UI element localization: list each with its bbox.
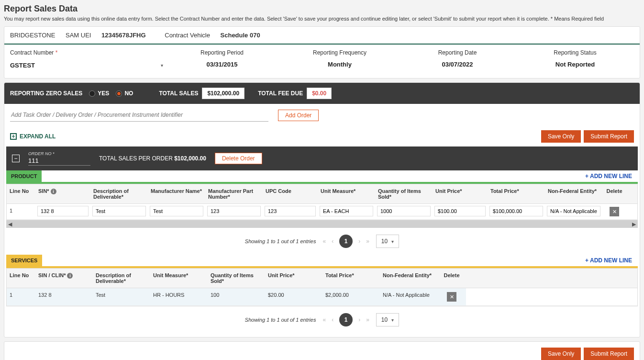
vehicle-value: Schedule 070 [221, 32, 260, 39]
delete-order-button[interactable]: Delete Order [215, 153, 262, 164]
total-fee-value: $0.00 [307, 88, 332, 99]
pager-prev-icon[interactable]: ‹ [332, 238, 333, 245]
product-line-no: 1 [7, 204, 35, 219]
add-order-button[interactable]: Add Order [278, 110, 319, 121]
pager-current-page[interactable]: 1 [339, 313, 353, 326]
product-sin-input[interactable] [37, 206, 89, 216]
product-col-mfr-part: Manufacturer Part Number* [205, 184, 263, 203]
uei-value: 12345678JFHG [101, 32, 146, 39]
pager-last-icon[interactable]: » [366, 316, 369, 323]
scroll-left-icon[interactable]: ◀ [8, 221, 12, 227]
services-unit-price: $20.00 [265, 288, 322, 305]
services-unit: HR - HOURS [150, 288, 208, 305]
total-sales-value: $102,000.00 [202, 88, 244, 99]
product-total-price-input[interactable] [489, 206, 543, 216]
scroll-right-icon[interactable]: ▶ [632, 221, 636, 227]
services-sin: 132 8 [35, 288, 93, 305]
product-col-qty: Quantity of Items Sold* [375, 184, 433, 203]
services-col-total-price: Total Price* [322, 269, 380, 288]
product-horizontal-scrollbar[interactable]: ◀▶ [6, 220, 638, 228]
contract-number-label: Contract Number [10, 49, 54, 56]
collapse-order-button[interactable]: − [12, 155, 20, 162]
product-col-unit-price: Unit Price* [433, 184, 488, 203]
total-sales-label: TOTAL SALES [159, 90, 198, 97]
product-col-upc: UPC Code [263, 184, 318, 203]
submit-report-button[interactable]: Submit Report [584, 130, 634, 143]
reporting-period-value: 03/31/2015 [163, 61, 281, 68]
product-desc-input[interactable] [92, 206, 146, 216]
pager-current-page[interactable]: 1 [339, 235, 353, 248]
services-nfe: N/A - Not Applicable [380, 288, 437, 305]
services-col-desc: Description of Deliverable* [93, 269, 150, 288]
product-nfe-input[interactable] [547, 206, 600, 216]
services-col-unit-price: Unit Price* [265, 269, 322, 288]
product-add-line-link[interactable]: + ADD NEW LINE [585, 173, 638, 180]
pager-size-select[interactable]: 10 ▾ [376, 313, 399, 326]
zero-sales-no-radio[interactable]: NO [116, 90, 133, 97]
contract-number-select[interactable]: GSTEST ▾ [10, 61, 163, 70]
chevron-down-icon: ▾ [391, 239, 394, 244]
page-description: You may report new sales data using this… [4, 16, 640, 22]
services-col-unit: Unit Measure* [150, 269, 208, 288]
services-row: 1 132 8 Test HR - HOURS 100 $20.00 $2,00… [7, 288, 637, 306]
product-mfr-part-input[interactable] [207, 206, 261, 216]
services-delete-row-button[interactable]: ✕ [447, 292, 456, 302]
services-desc: Test [93, 288, 150, 305]
pager-prev-icon[interactable]: ‹ [332, 316, 333, 323]
order-no-input[interactable]: 111 [28, 156, 90, 166]
product-qty-input[interactable] [377, 206, 431, 216]
save-only-button-footer[interactable]: Save Only [541, 348, 581, 360]
services-col-nfe: Non-Federal Entity* [380, 269, 437, 288]
pager-last-icon[interactable]: » [366, 238, 369, 245]
services-col-sin: SIN / CLIN*i [35, 269, 93, 288]
order-total-value: $102,000.00 [174, 155, 206, 162]
product-unit-input[interactable] [320, 206, 373, 216]
zero-sales-yes-radio[interactable]: YES [89, 90, 109, 97]
services-tab: SERVICES [6, 255, 42, 266]
product-tab: PRODUCT [6, 170, 42, 182]
no-label: NO [124, 90, 133, 97]
info-icon[interactable]: i [67, 273, 73, 279]
product-upc-input[interactable] [265, 206, 316, 216]
product-col-mfr-name: Manufacturer Name* [148, 184, 205, 203]
services-qty: 100 [208, 288, 265, 305]
info-icon[interactable]: i [51, 189, 56, 194]
order-no-label: ORDER NO * [28, 151, 90, 156]
services-total-price: $2,000.00 [322, 288, 380, 305]
product-col-desc: Description of Deliverable* [90, 184, 148, 203]
pager-next-icon[interactable]: › [358, 238, 360, 245]
product-mfr-name-input[interactable] [150, 206, 203, 216]
services-col-line-no: Line No [7, 269, 35, 288]
product-delete-row-button[interactable]: ✕ [610, 207, 619, 216]
vendor-name: BRIDGESTONE [10, 32, 55, 39]
submit-report-button-footer[interactable]: Submit Report [584, 348, 634, 360]
reporting-status-label: Reporting Status [516, 49, 634, 56]
product-col-line-no: Line No [7, 184, 35, 203]
product-col-sin: SIN*i [35, 184, 90, 203]
contract-number-value: GSTEST [10, 62, 35, 69]
total-fee-label: TOTAL FEE DUE [258, 90, 303, 97]
pager-first-icon[interactable]: « [322, 316, 326, 323]
add-order-input[interactable] [10, 109, 268, 122]
save-only-button[interactable]: Save Only [541, 130, 581, 143]
pager-size-select[interactable]: 10 ▾ [376, 235, 399, 248]
product-col-delete: Delete [602, 184, 626, 203]
product-row: 1 ✕ [7, 204, 637, 220]
pager-first-icon[interactable]: « [322, 238, 326, 245]
services-add-line-link[interactable]: + ADD NEW LINE [585, 257, 638, 264]
expand-all-button[interactable]: + EXPAND ALL [10, 133, 56, 140]
yes-label: YES [98, 90, 109, 97]
chevron-down-icon: ▾ [391, 317, 394, 323]
reporting-status-value: Not Reported [516, 61, 634, 68]
expand-all-label: EXPAND ALL [20, 133, 56, 140]
reporting-date-label: Reporting Date [399, 49, 516, 56]
product-unit-price-input[interactable] [434, 206, 486, 216]
product-col-unit: Unit Measure* [318, 184, 375, 203]
pager-size-value: 10 [381, 238, 388, 245]
zero-sales-label: REPORTING ZERO SALES [10, 90, 82, 97]
reporting-date-value: 03/07/2022 [399, 61, 516, 68]
product-pager-info: Showing 1 to 1 out of 1 entries [245, 238, 316, 244]
product-col-total-price: Total Price* [488, 184, 545, 203]
product-col-nfe: Non-Federal Entity* [545, 184, 602, 203]
pager-next-icon[interactable]: › [358, 316, 360, 323]
